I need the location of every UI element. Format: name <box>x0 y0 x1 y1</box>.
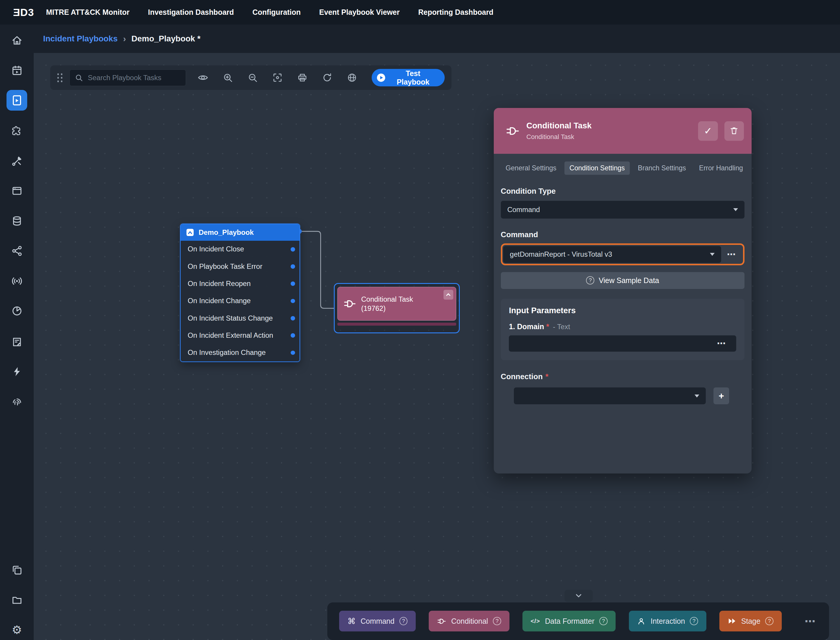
identity-fingerprint-icon[interactable] <box>10 395 23 408</box>
add-command-task-button[interactable]: ⌘ Command ? <box>339 611 416 631</box>
tab-condition-settings[interactable]: Condition Settings <box>564 162 629 175</box>
event-row[interactable]: On Incident Change <box>180 293 300 310</box>
help-icon[interactable]: ? <box>493 617 501 625</box>
collapse-node-button[interactable] <box>444 290 453 299</box>
toolbar-collapse-button[interactable] <box>564 590 593 602</box>
tab-branch-settings[interactable]: Branch Settings <box>633 162 691 175</box>
command-more-button[interactable]: ⋯ <box>721 249 742 260</box>
command-select[interactable]: getDomainReport - VirusTotal v3 <box>503 246 721 263</box>
tab-error-handling[interactable]: Error Handling <box>694 162 748 175</box>
settings-gear-icon[interactable]: ⚙ <box>10 624 23 637</box>
drag-handle-icon[interactable] <box>57 74 63 82</box>
event-label: On Incident Close <box>188 245 244 253</box>
event-row[interactable]: On Incident External Action <box>180 327 300 344</box>
d3-logo[interactable]: ƎD3 <box>13 6 34 18</box>
search-box <box>69 69 186 86</box>
event-ingestion-broadcast-icon[interactable] <box>10 274 23 288</box>
connector-dot-icon <box>291 350 295 355</box>
conditional-task-node[interactable]: Conditional Task (19762) <box>334 283 460 333</box>
event-row[interactable]: On Playbook Task Error <box>180 258 300 275</box>
incident-playbooks-icon[interactable] <box>6 90 27 110</box>
event-label: On Playbook Task Error <box>188 262 263 270</box>
playbook-node-icon <box>186 228 194 237</box>
add-connection-button[interactable]: + <box>714 387 729 404</box>
parameter-label-row: 1. Domain * - Text <box>509 322 736 331</box>
confirm-button[interactable]: ✓ <box>698 121 718 141</box>
nav-item-configuration[interactable]: Configuration <box>252 8 301 16</box>
help-icon[interactable]: ? <box>399 617 408 625</box>
utility-commands-tools-icon[interactable] <box>10 154 23 167</box>
input-parameters-section: Input Parameters 1. Domain * - Text ⋯ <box>501 299 745 360</box>
file-manager-folder-icon[interactable] <box>10 594 23 606</box>
home-icon[interactable] <box>10 34 23 47</box>
event-row[interactable]: On Incident Status Change <box>180 310 300 327</box>
connector-dot-icon <box>291 264 295 269</box>
globe-icon[interactable] <box>344 69 360 86</box>
command-value: getDomainReport - VirusTotal v3 <box>510 250 710 259</box>
conditional-task-label: Conditional <box>451 617 488 626</box>
add-interaction-task-button[interactable]: Interaction ? <box>629 611 706 631</box>
chevron-down-icon <box>710 253 715 256</box>
nav-item-investigation-dashboard[interactable]: Investigation Dashboard <box>148 8 234 16</box>
search-input[interactable] <box>87 73 180 83</box>
tab-general-settings[interactable]: General Settings <box>501 162 562 175</box>
playbook-node-header[interactable]: Demo_Playbook <box>180 224 300 240</box>
add-data-formatter-task-button[interactable]: </> Data Formatter ? <box>522 611 616 631</box>
nav-item-mitre-attack-monitor[interactable]: MITRE ATT&CK Monitor <box>46 8 129 16</box>
test-playbook-button[interactable]: Test Playbook <box>372 69 445 86</box>
connector-dot-icon <box>291 299 295 303</box>
visibility-eye-icon[interactable] <box>195 69 211 86</box>
integrations-puzzle-icon[interactable] <box>10 125 23 138</box>
help-icon[interactable]: ? <box>599 617 608 625</box>
event-row[interactable]: On Incident Close <box>180 241 300 258</box>
delete-task-button[interactable] <box>724 121 744 141</box>
task-type-toolbar: ⌘ Command ? Conditional ? </> Data Forma… <box>327 602 829 640</box>
zoom-in-icon[interactable] <box>220 69 236 86</box>
stage-task-label: Stage <box>741 617 760 626</box>
domain-parameter-input[interactable] <box>514 339 711 348</box>
playbook-canvas[interactable]: Test Playbook Demo_Playbook On Incident … <box>34 53 840 640</box>
chevron-down-icon <box>575 593 582 598</box>
zoom-out-icon[interactable] <box>245 69 260 86</box>
event-row[interactable]: On Incident Reopen <box>180 275 300 292</box>
add-conditional-task-button[interactable]: Conditional ? <box>429 611 509 631</box>
help-icon[interactable]: ? <box>690 617 698 625</box>
trash-icon <box>729 126 739 136</box>
parameter-input-box: ⋯ <box>509 335 736 352</box>
view-sample-data-label: View Sample Data <box>599 276 659 285</box>
help-icon[interactable]: ? <box>765 617 773 625</box>
event-row[interactable]: On Investigation Change <box>180 344 300 361</box>
refresh-icon[interactable] <box>319 69 335 86</box>
connections-share-icon[interactable] <box>10 244 23 257</box>
fit-to-screen-icon[interactable] <box>270 69 285 86</box>
required-asterisk: * <box>546 322 549 331</box>
breadcrumb-incident-playbooks[interactable]: Incident Playbooks <box>43 34 118 43</box>
connection-select[interactable] <box>514 387 706 404</box>
applications-window-icon[interactable] <box>10 184 23 198</box>
data-sources-database-icon[interactable] <box>10 214 23 227</box>
conditional-task-node-body[interactable]: Conditional Task (19762) <box>337 287 456 321</box>
add-stage-task-button[interactable]: Stage ? <box>719 611 782 631</box>
windows-copy-icon[interactable] <box>10 564 23 577</box>
nav-item-reporting-dashboard[interactable]: Reporting Dashboard <box>418 8 493 16</box>
automation-lightning-icon[interactable] <box>10 365 23 378</box>
forms-editor-icon[interactable] <box>10 336 23 349</box>
connection-label: Connection <box>501 372 543 381</box>
reports-pie-icon[interactable] <box>10 304 23 317</box>
chevron-up-icon <box>446 292 451 297</box>
connector-dot-icon <box>291 247 295 251</box>
parameter-editor-button[interactable]: ⋯ <box>711 338 732 349</box>
print-icon[interactable] <box>294 69 310 86</box>
task-status-strip <box>337 323 456 325</box>
main-menu: MITRE ATT&CK Monitor Investigation Dashb… <box>46 8 493 16</box>
playbook-node-events: On Incident Close On Playbook Task Error… <box>180 241 300 362</box>
event-monitor-icon[interactable] <box>10 64 23 77</box>
panel-header: Conditional Task Conditional Task ✓ <box>494 108 752 154</box>
more-task-types-button[interactable]: ⋯ <box>801 614 819 628</box>
interaction-task-label: Interaction <box>651 617 685 626</box>
nav-item-event-playbook-viewer[interactable]: Event Playbook Viewer <box>319 8 400 16</box>
playbook-node[interactable]: Demo_Playbook On Incident Close On Playb… <box>180 224 300 362</box>
condition-type-select[interactable]: Command <box>501 201 745 218</box>
event-label: On Incident Status Change <box>188 314 273 322</box>
view-sample-data-button[interactable]: ? View Sample Data <box>501 272 745 289</box>
